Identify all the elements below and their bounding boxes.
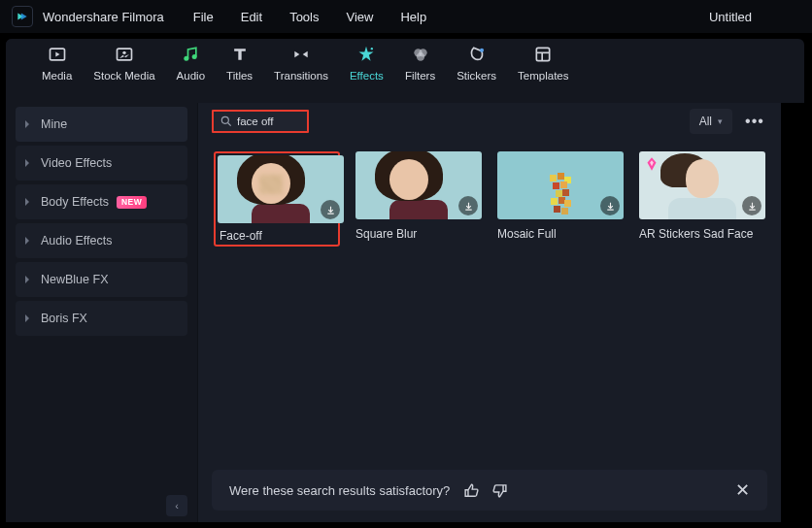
premium-badge-icon (643, 155, 660, 173)
chevron-right-icon (25, 198, 29, 206)
download-icon[interactable] (321, 200, 340, 219)
search-box (212, 110, 309, 133)
stickers-icon (467, 45, 487, 64)
tool-titles[interactable]: Titles (216, 45, 263, 82)
tool-templates[interactable]: Templates (507, 45, 579, 82)
stock-media-icon (115, 45, 134, 64)
category-toolbar: Media Stock Media Audio Titles Transitio… (6, 39, 804, 103)
feedback-question: Were these search results satisfactory? (229, 483, 450, 498)
transitions-icon (291, 45, 311, 64)
feedback-bar: Were these search results satisfactory? … (212, 470, 767, 511)
media-icon (48, 45, 67, 64)
download-icon[interactable] (600, 196, 620, 215)
chevron-right-icon (25, 314, 29, 322)
chevron-right-icon (25, 120, 29, 128)
menu-view[interactable]: View (346, 10, 373, 24)
sidebar-item-newblue-fx[interactable]: NewBlue FX (16, 262, 187, 297)
sidebar-item-body-effects[interactable]: Body EffectsNEW (16, 184, 187, 219)
menu-tools[interactable]: Tools (289, 10, 319, 24)
effect-label: Face-off (220, 229, 336, 243)
search-icon (220, 115, 233, 128)
effect-label: Mosaic Full (497, 227, 624, 241)
thumbnail (218, 155, 344, 223)
audio-icon (181, 45, 200, 64)
menu-file[interactable]: File (193, 10, 214, 24)
effect-card-square-blur[interactable]: Square Blur (355, 151, 482, 241)
svg-point-3 (185, 56, 189, 61)
tool-media[interactable]: Media (31, 45, 83, 82)
effects-icon (356, 45, 376, 64)
results-grid: Face-off Square Blur (198, 140, 781, 460)
tool-filters[interactable]: Filters (394, 45, 446, 82)
svg-point-9 (480, 49, 484, 52)
chevron-right-icon (25, 276, 29, 283)
effect-card-face-off[interactable]: Face-off (214, 151, 340, 247)
close-feedback-button[interactable]: ✕ (735, 479, 750, 501)
search-input[interactable] (237, 116, 301, 127)
effect-label: Square Blur (355, 227, 482, 241)
menu-help[interactable]: Help (400, 10, 426, 24)
app-name: Wondershare Filmora (43, 10, 164, 24)
svg-line-14 (228, 123, 231, 126)
svg-point-8 (416, 52, 423, 60)
tool-transitions[interactable]: Transitions (263, 45, 339, 82)
thumbs-up-button[interactable] (463, 482, 480, 499)
thumbnail (497, 151, 624, 219)
main-menu: File Edit Tools View Help (193, 10, 426, 24)
sidebar: Mine Video Effects Body EffectsNEW Audio… (6, 103, 198, 522)
download-icon[interactable] (742, 196, 761, 215)
effect-card-ar-sad-face[interactable]: AR Stickers Sad Face (639, 151, 765, 241)
more-options-button[interactable]: ••• (742, 109, 767, 134)
chevron-down-icon: ▾ (718, 116, 723, 126)
templates-icon (533, 45, 553, 64)
effect-card-mosaic-full[interactable]: Mosaic Full (497, 151, 624, 241)
titlebar: Wondershare Filmora File Edit Tools View… (0, 0, 812, 33)
tool-stock-media[interactable]: Stock Media (83, 45, 165, 82)
thumbnail (355, 151, 482, 219)
filter-dropdown[interactable]: All▾ (690, 109, 732, 134)
document-title: Untitled (709, 10, 752, 24)
tool-effects[interactable]: Effects (339, 45, 394, 82)
svg-point-4 (192, 54, 197, 59)
chevron-right-icon (25, 237, 29, 245)
sidebar-item-boris-fx[interactable]: Boris FX (16, 301, 187, 336)
thumbnail (639, 151, 765, 219)
tool-stickers[interactable]: Stickers (446, 45, 507, 82)
sidebar-item-audio-effects[interactable]: Audio Effects (16, 223, 187, 258)
svg-point-5 (371, 48, 373, 50)
tool-audio[interactable]: Audio (166, 45, 216, 82)
sidebar-item-mine[interactable]: Mine (16, 107, 187, 142)
effect-label: AR Stickers Sad Face (639, 227, 765, 241)
collapse-sidebar-button[interactable]: ‹ (166, 495, 187, 516)
new-badge: NEW (117, 196, 147, 209)
sidebar-item-video-effects[interactable]: Video Effects (16, 146, 187, 181)
menu-edit[interactable]: Edit (241, 10, 262, 24)
download-icon[interactable] (458, 196, 478, 215)
svg-point-13 (221, 116, 228, 123)
thumbs-down-button[interactable] (491, 482, 508, 499)
content-area: All▾ ••• Face-off (198, 103, 781, 522)
app-logo (12, 6, 33, 27)
svg-point-2 (122, 51, 125, 54)
filters-icon (411, 45, 430, 64)
chevron-right-icon (25, 159, 29, 167)
titles-icon (230, 45, 250, 64)
